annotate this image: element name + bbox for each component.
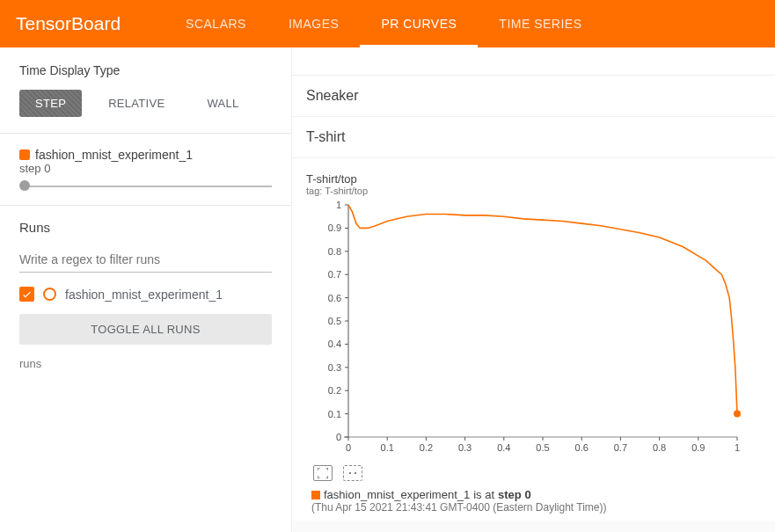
svg-text:0.4: 0.4	[328, 339, 341, 349]
chart-timestamp: (Thu Apr 15 2021 21:43:41 GMT-0400 (East…	[306, 501, 761, 514]
time-mode-wall[interactable]: WALL	[191, 90, 254, 117]
slider-thumb[interactable]	[19, 180, 30, 191]
svg-text:0.9: 0.9	[691, 442, 705, 453]
run-swatch	[19, 149, 30, 160]
main-content: Sneaker T-shirt T-shirt/top tag: T-shirt…	[292, 47, 775, 532]
time-display-title: Time Display Type	[19, 63, 272, 77]
run-item[interactable]: fashion_mnist_experiment_1	[0, 283, 291, 310]
caption-mid: is at	[473, 488, 494, 501]
chart-caption: fashion_mnist_experiment_1 is at step 0	[306, 488, 761, 501]
svg-text:0.8: 0.8	[328, 246, 341, 257]
chart-card: T-shirt/top tag: T-shirt/top 00.10.20.30…	[292, 158, 775, 521]
svg-text:0.7: 0.7	[614, 442, 627, 453]
runs-regex-input[interactable]	[19, 247, 272, 273]
app-header: TensorBoard SCALARSIMAGESPR CURVESTIME S…	[0, 0, 775, 47]
svg-text:0.9: 0.9	[328, 222, 341, 233]
svg-point-47	[349, 472, 351, 474]
caption-step: step 0	[498, 488, 531, 501]
time-mode-group: STEPRELATIVEWALL	[19, 90, 272, 117]
run-label: fashion_mnist_experiment_1	[65, 288, 223, 302]
tab-pr-curves[interactable]: PR CURVES	[360, 0, 478, 47]
svg-text:1: 1	[336, 200, 341, 210]
svg-text:0.2: 0.2	[420, 442, 433, 453]
svg-text:0.3: 0.3	[458, 442, 472, 453]
svg-text:0.6: 0.6	[328, 293, 341, 303]
svg-text:0.8: 0.8	[653, 442, 666, 453]
svg-text:0.3: 0.3	[328, 362, 341, 373]
run-checkbox[interactable]	[19, 287, 34, 302]
svg-text:0.6: 0.6	[575, 442, 589, 453]
brand: TensorBoard	[16, 13, 121, 34]
svg-text:0: 0	[336, 432, 341, 442]
svg-text:0.2: 0.2	[328, 385, 341, 396]
svg-point-46	[734, 411, 741, 418]
current-run-name: fashion_mnist_experiment_1	[35, 148, 193, 162]
panel-header-sneaker[interactable]: Sneaker	[292, 76, 775, 117]
caption-run: fashion_mnist_experiment_1	[324, 488, 470, 501]
tab-images[interactable]: IMAGES	[267, 0, 360, 47]
svg-text:0.7: 0.7	[328, 269, 341, 280]
runs-title: Runs	[0, 220, 291, 235]
svg-text:1: 1	[735, 442, 740, 453]
svg-text:0.5: 0.5	[536, 442, 549, 453]
svg-text:0.1: 0.1	[328, 409, 341, 419]
chart-tag: tag: T-shirt/top	[306, 186, 761, 196]
sidebar: Time Display Type STEPRELATIVEWALL fashi…	[0, 47, 292, 532]
svg-text:0: 0	[346, 442, 351, 453]
tab-scalars[interactable]: SCALARS	[165, 0, 267, 47]
runs-footer: runs	[0, 348, 291, 379]
time-mode-step[interactable]: STEP	[19, 90, 82, 117]
toggle-all-runs-button[interactable]: TOGGLE ALL RUNS	[19, 314, 272, 345]
panel-header-tshirt[interactable]: T-shirt	[292, 117, 775, 158]
nav-tabs: SCALARSIMAGESPR CURVESTIME SERIES	[165, 0, 603, 47]
chart-title: T-shirt/top	[306, 172, 761, 186]
time-mode-relative[interactable]: RELATIVE	[92, 90, 180, 117]
tab-time-series[interactable]: TIME SERIES	[478, 0, 603, 47]
expand-icon[interactable]	[313, 465, 333, 481]
reset-zoom-icon[interactable]	[343, 465, 362, 481]
run-radio[interactable]	[43, 288, 56, 301]
step-label: step 0	[0, 162, 291, 180]
pr-curve-chart[interactable]: 00.10.20.30.40.50.60.70.80.9100.10.20.30…	[306, 198, 746, 462]
svg-text:0.1: 0.1	[381, 442, 394, 453]
svg-text:0.5: 0.5	[328, 316, 341, 326]
svg-text:0.4: 0.4	[497, 442, 510, 453]
svg-point-48	[355, 472, 356, 474]
step-slider[interactable]	[19, 180, 272, 193]
caption-swatch	[311, 491, 320, 499]
